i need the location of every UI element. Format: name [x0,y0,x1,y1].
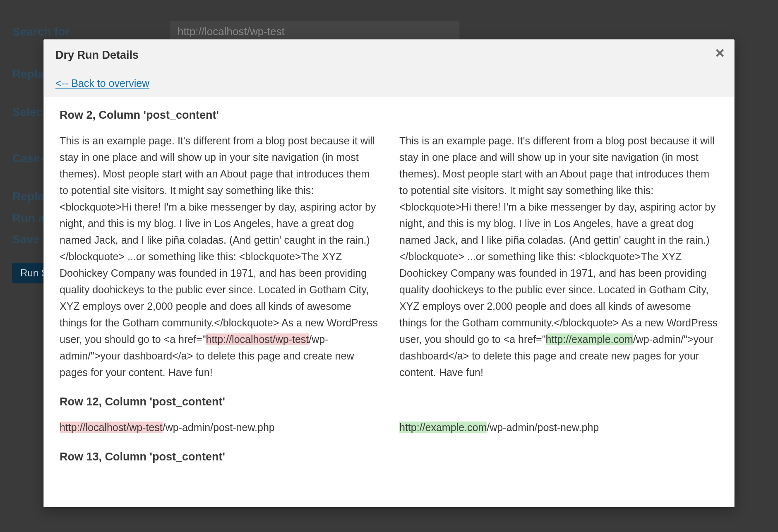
search-for-label: Search for [12,25,170,38]
diff-text: This is an example page. It's different … [399,135,718,345]
diff-row-heading: Row 2, Column 'post_content' [60,109,718,122]
diff-row-heading: Row 13, Column 'post_content' [60,451,718,463]
diff-deleted-highlight: http://localhost/wp-test [60,422,163,433]
diff-after-column: This is an example page. It's different … [399,132,718,381]
diff-added-highlight: http://example.com [399,422,487,433]
diff-deleted-highlight: http://localhost/wp-test [206,333,309,345]
diff-before-column: This is an example page. It's different … [60,132,379,381]
close-icon[interactable]: ✕ [715,47,725,60]
diff-text: This is an example page. It's different … [60,135,378,345]
diff-columns: This is an example page. It's different … [60,132,718,381]
modal-body: Row 2, Column 'post_content' This is an … [44,97,734,507]
diff-text: /wp-admin/post-new.php [163,422,275,433]
diff-before-column: http://localhost/wp-test/wp-admin/post-n… [60,419,379,436]
modal-header: Dry Run Details ✕ <-- Back to overview [44,40,734,97]
dry-run-details-modal: Dry Run Details ✕ <-- Back to overview R… [43,39,735,507]
diff-row-heading: Row 12, Column 'post_content' [60,395,718,408]
diff-added-highlight: http://example.com [546,333,633,345]
modal-title: Dry Run Details [55,49,723,62]
diff-after-column: http://example.com/wp-admin/post-new.php [399,419,718,436]
back-to-overview-link[interactable]: <-- Back to overview [55,77,149,89]
diff-text: /wp-admin/post-new.php [487,422,599,433]
diff-columns: http://localhost/wp-test/wp-admin/post-n… [60,419,718,436]
